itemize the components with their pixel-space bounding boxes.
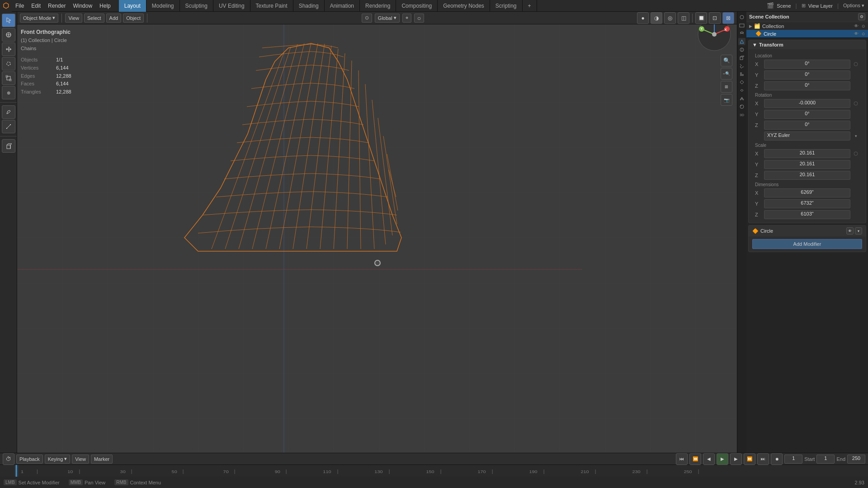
rotation-mode-select[interactable]: XYZ Euler	[764, 131, 850, 141]
play-btn[interactable]: ▶	[717, 453, 728, 465]
global-pivot-btn[interactable]: ⊙	[362, 14, 372, 23]
tab-modeling[interactable]: Modeling	[146, 0, 180, 12]
prop-particles-icon[interactable]	[738, 70, 745, 78]
dim-z-input[interactable]: 6103"	[764, 210, 850, 219]
prop-physics-icon[interactable]	[738, 79, 745, 86]
prop-constraints-icon[interactable]	[738, 87, 745, 94]
viewport-shading-solid[interactable]: ●	[637, 12, 649, 24]
modifier-options-icon[interactable]: ▾	[855, 227, 862, 235]
start-frame-input[interactable]: 1	[816, 455, 835, 464]
object-btn[interactable]: Object	[123, 14, 144, 23]
tab-rendering[interactable]: Rendering	[360, 0, 396, 12]
viewport[interactable]: Object Mode ▾ View Select Add Object ⊙ G…	[17, 12, 737, 453]
rot-z-input[interactable]: 0°	[764, 121, 850, 130]
object-mode-btn[interactable]: Object Mode ▾	[20, 14, 58, 23]
dim-y-input[interactable]: 6732"	[764, 199, 850, 208]
tab-texture-paint[interactable]: Texture Paint	[250, 0, 293, 12]
rot-mode-chevron[interactable]: ▾	[852, 134, 859, 138]
options-btn[interactable]: Options ▾	[843, 3, 864, 9]
menu-window[interactable]: Window	[69, 0, 96, 12]
marker-btn[interactable]: Marker	[91, 455, 113, 464]
next-keyframe-btn[interactable]: ▶	[730, 453, 742, 465]
menu-help[interactable]: Help	[96, 0, 114, 12]
rotate-tool-btn[interactable]	[2, 57, 15, 70]
measure-tool-btn[interactable]	[2, 120, 15, 133]
loc-z-input[interactable]: 0°	[764, 81, 850, 90]
tab-uv-editing[interactable]: UV Editing	[213, 0, 250, 12]
timeline-mode-btn[interactable]: ⏱	[3, 453, 14, 465]
add-modifier-btn[interactable]: Add Modifier	[752, 239, 862, 249]
rot-y-input[interactable]: 0°	[764, 110, 850, 119]
prop-view-layer-icon[interactable]	[738, 30, 745, 37]
frame-step-icon[interactable]: ⏺	[771, 453, 783, 465]
prop-scene-icon[interactable]	[738, 38, 745, 45]
tab-geometry-nodes[interactable]: Geometry Nodes	[438, 0, 490, 12]
perspective-btn[interactable]: ⊞	[721, 81, 732, 93]
select-btn[interactable]: Select	[84, 14, 104, 23]
transform-header[interactable]: ▼ Transform	[749, 40, 866, 49]
viewport-shading-material[interactable]: ◑	[651, 12, 662, 24]
menu-file[interactable]: File	[12, 0, 28, 12]
tab-animation[interactable]: Animation	[325, 0, 360, 12]
prop-world-icon[interactable]	[738, 46, 745, 53]
scale-z-input[interactable]: 20.161	[764, 171, 850, 180]
prev-keyframe-btn[interactable]: ◀	[703, 453, 715, 465]
tab-layout[interactable]: Layout	[119, 0, 146, 12]
tab-scripting[interactable]: Scripting	[490, 0, 523, 12]
timeline-content[interactable]: 1 10 30 50 70 90 110	[0, 465, 868, 477]
current-frame-input[interactable]: 1	[784, 455, 802, 464]
gizmos-btn[interactable]: 🔲	[695, 12, 707, 24]
add-cube-btn[interactable]	[2, 139, 15, 153]
outliner-filter-btn[interactable]: ⚙	[858, 13, 865, 20]
camera-view-btn[interactable]: 📷	[721, 94, 732, 106]
xray-btn[interactable]: ⊠	[722, 12, 734, 24]
snap-btn[interactable]: ⌖	[402, 14, 411, 23]
viewport-shading-rendered[interactable]: ◎	[664, 12, 676, 24]
move-tool-btn[interactable]	[2, 42, 15, 56]
modifier-visibility-icon[interactable]: 👁	[846, 227, 854, 235]
keying-btn[interactable]: Keying ▾	[45, 455, 71, 464]
prop-edit-btn[interactable]: ○	[414, 14, 424, 23]
annotate-tool-btn[interactable]	[2, 105, 15, 119]
prop-render-icon[interactable]	[738, 14, 745, 21]
collection-eye-icon[interactable]: 👁	[854, 23, 859, 28]
dim-x-input[interactable]: 6269"	[764, 188, 850, 197]
zoom-out-btn[interactable]: −🔍	[721, 68, 732, 80]
scale-y-input[interactable]: 20.161	[764, 160, 850, 169]
overlays-btn[interactable]: ⊡	[709, 12, 721, 24]
prop-3dprint-icon[interactable]: 3D	[738, 111, 745, 118]
tab-shading[interactable]: Shading	[293, 0, 325, 12]
tab-add[interactable]: +	[523, 0, 537, 12]
menu-edit[interactable]: Edit	[28, 0, 44, 12]
timeline-view-btn[interactable]: View	[72, 455, 89, 464]
jump-end-btn[interactable]: ⏭	[757, 453, 769, 465]
circle-restrict-icon[interactable]: ⊙	[862, 32, 865, 36]
tab-compositing[interactable]: Compositing	[396, 0, 438, 12]
playback-btn[interactable]: Playback	[16, 455, 43, 464]
jump-start-btn[interactable]: ⏮	[676, 453, 688, 465]
view-btn[interactable]: View	[65, 14, 82, 23]
add-btn[interactable]: Add	[106, 14, 122, 23]
prop-material-icon[interactable]	[738, 103, 745, 110]
prop-modifier-icon[interactable]	[738, 62, 745, 70]
rot-x-input[interactable]: -0.0000	[764, 99, 850, 108]
prop-output-icon[interactable]	[738, 22, 745, 29]
next-frame-btn[interactable]: ⏩	[744, 453, 755, 465]
blender-logo[interactable]: ⬡	[0, 0, 12, 12]
prop-data-icon[interactable]	[738, 95, 745, 102]
collection-root[interactable]: ▶ 🗂️ Collection 👁 ⊙	[746, 22, 868, 30]
menu-render[interactable]: Render	[44, 0, 69, 12]
circle-outliner-item[interactable]: 🔶 Circle 👁 ⊙	[746, 30, 868, 38]
tab-sculpting[interactable]: Sculpting	[180, 0, 213, 12]
viewport-shading-wire[interactable]: ◫	[678, 12, 689, 24]
prev-frame-btn[interactable]: ⏪	[689, 453, 701, 465]
end-frame-input[interactable]: 250	[847, 455, 865, 464]
zoom-in-btn[interactable]: 🔍	[721, 55, 732, 66]
loc-y-input[interactable]: 0°	[764, 70, 850, 80]
loc-x-input[interactable]: 0°	[764, 60, 850, 69]
prop-object-icon[interactable]	[738, 54, 745, 61]
scale-x-input[interactable]: 20.161	[764, 149, 850, 158]
cursor-tool-btn[interactable]	[2, 28, 15, 42]
global-transform-btn[interactable]: Global ▾	[375, 14, 400, 23]
select-tool-btn[interactable]	[2, 14, 15, 27]
